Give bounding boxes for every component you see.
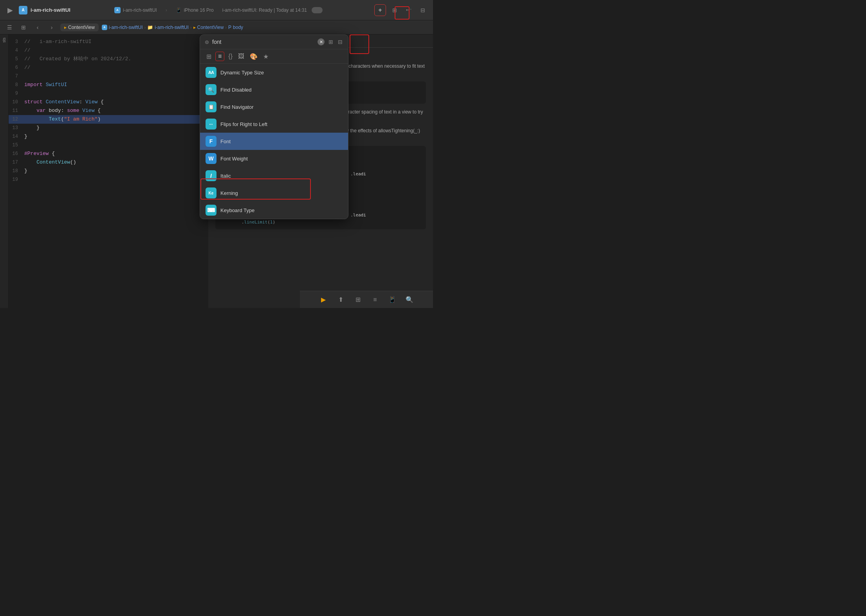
device-label: iPhone 16 Pro <box>184 7 214 13</box>
ac-icon-font: F <box>206 136 216 147</box>
file-icon: ▸ <box>64 25 67 30</box>
play-button[interactable]: ▶ <box>5 5 16 16</box>
bc-prop-icon: P <box>228 25 231 30</box>
ac-icon-kerning: Ke <box>206 187 216 198</box>
panel-button[interactable]: ⊟ <box>417 5 428 16</box>
ac-item-fontweight[interactable]: W Font Weight <box>200 150 348 167</box>
code-line: 6 // <box>9 63 208 72</box>
clear-button[interactable]: ✕ <box>318 38 325 45</box>
code-line: 17 ContentView() <box>9 158 208 167</box>
layout-button2[interactable]: ↩⁻ <box>403 5 414 16</box>
sidebar-toggle[interactable]: ☰ <box>4 22 15 33</box>
search-input[interactable] <box>212 39 314 45</box>
ac-label-findnavigator: Find Navigator <box>220 104 254 110</box>
ac-item-italic[interactable]: I Italic <box>200 167 348 184</box>
autocomplete-list: AA Dynamic Type Size 🔍 Find Disabled 📋 F… <box>200 64 348 219</box>
ac-icon-keyboard: ⌨ <box>206 205 216 216</box>
code-line: 15 <box>9 141 208 149</box>
ac-label-flips: Flips for Right to Left <box>220 121 267 127</box>
ac-icon-italic: I <box>206 170 216 181</box>
tab-separator: › <box>166 7 167 13</box>
title-bar-right: + ⊞ ↩⁻ ⊟ <box>374 4 428 16</box>
code-line: 19 <box>9 175 208 184</box>
tab-media[interactable]: 🖼 <box>236 52 246 61</box>
ac-item-findnavigator[interactable]: 📋 Find Navigator <box>200 98 348 115</box>
ac-icon-finddisabled: 🔍 <box>206 84 216 95</box>
bc-project[interactable]: i-am-rich-swiftUI <box>109 25 143 30</box>
add-button[interactable]: + <box>374 4 386 16</box>
bottom-upload-btn[interactable]: ⬆ <box>335 294 346 305</box>
code-editor[interactable]: 3 // i-am-rich-swiftUI 4 // 5 // Created… <box>9 34 208 308</box>
ac-label-dynamictype: Dynamic Type Size <box>220 70 264 76</box>
ac-item-dynamictype[interactable]: AA Dynamic Type Size <box>200 64 348 81</box>
ac-label-kerning: Kerning <box>220 190 238 196</box>
panel-view-button[interactable]: ⊟ <box>337 38 343 46</box>
code-line: 18 } <box>9 167 208 175</box>
app-icon: A <box>19 6 27 14</box>
grid-toggle[interactable]: ⊞ <box>18 22 29 33</box>
nav-back[interactable]: ‹ <box>32 22 43 33</box>
bc-folder[interactable]: i-am-rich-swiftUI <box>155 25 189 30</box>
tab-star[interactable]: ★ <box>262 52 270 61</box>
code-line: 11 var body: some View { <box>9 106 208 115</box>
tab-project[interactable]: A i-am-rich-swiftUI <box>110 5 161 15</box>
code-lines: 3 // i-am-rich-swiftUI 4 // 5 // Created… <box>9 34 208 187</box>
ac-label-keyboard: Keyboard Type <box>220 207 254 213</box>
ac-label-italic: Italic <box>220 173 231 179</box>
tab-project-label: i-am-rich-swiftUI <box>123 7 157 13</box>
code-line: 8 import SwiftUI <box>9 81 208 89</box>
bottom-grid-btn[interactable]: ⊞ <box>352 294 363 305</box>
tab-app-icon: A <box>114 7 121 13</box>
tab-device[interactable]: 📱 iPhone 16 Pro <box>172 6 218 14</box>
ac-item-keyboard[interactable]: ⌨ Keyboard Type <box>200 202 348 219</box>
arrows-icon: ↩⁻ <box>406 7 412 13</box>
code-line: 3 // i-am-rich-swiftUI <box>9 38 208 46</box>
ac-item-font[interactable]: F Font <box>200 133 348 150</box>
title-bar: ▶ A i-am-rich-swiftUI A i-am-rich-swiftU… <box>0 0 433 20</box>
bc-file-icon: ▸ <box>193 25 196 30</box>
layout-button[interactable]: ⊞ <box>389 5 400 16</box>
autocomplete-popup: ⊜ ✕ ⊞ ⊟ ⊞ ≡ {} 🖼 🎨 ★ AA Dynamic Type Siz… <box>200 34 348 219</box>
code-line: 13 } <box>9 124 208 132</box>
ac-icon-dynamictype: AA <box>206 67 216 78</box>
tab-inspector[interactable]: ⊞ <box>205 52 213 61</box>
bottom-search-btn[interactable]: 🔍 <box>404 294 415 305</box>
dark-mode-toggle[interactable] <box>312 7 323 13</box>
ac-item-finddisabled[interactable]: 🔍 Find Disabled <box>200 81 348 98</box>
bottom-run-btn[interactable]: ▶ <box>318 294 329 305</box>
bottom-device-btn[interactable]: 📱 <box>387 294 398 305</box>
tab-color[interactable]: 🎨 <box>248 52 259 61</box>
code-line: 5 // Created by 林暁中 on 2024/12/2. <box>9 55 208 63</box>
second-toolbar: ☰ ⊞ ‹ › ▸ ContentView A i-am-rich-swiftU… <box>0 20 433 34</box>
status-text: i-am-rich-swiftUI: Ready | Today at 14:3… <box>222 7 307 13</box>
bottom-list-btn[interactable]: ≡ <box>370 294 381 305</box>
grid-view-button[interactable]: ⊞ <box>328 38 334 46</box>
code-line: 4 // <box>9 46 208 55</box>
tab-attributes[interactable]: ≡ <box>215 52 224 61</box>
bc-body[interactable]: body <box>233 25 243 30</box>
search-icon: ⊜ <box>205 39 209 45</box>
ac-icon-flips: ↔ <box>206 119 216 130</box>
tab-code[interactable]: {} <box>227 52 234 61</box>
ac-item-kerning[interactable]: Ke Kerning <box>200 184 348 202</box>
ac-icon-fontweight: W <box>206 153 216 164</box>
bc-app-icon: A <box>102 25 107 30</box>
project-name: i-am-rich-swiftUI <box>31 7 70 13</box>
content-view-tab[interactable]: ▸ ContentView <box>60 23 99 31</box>
code-line: 10 struct ContentView: View { <box>9 98 208 106</box>
title-bar-left: ▶ A i-am-rich-swiftUI <box>0 5 70 16</box>
bc-contentview[interactable]: ContentView <box>197 25 224 30</box>
ac-label-fontweight: Font Weight <box>220 156 248 162</box>
breadcrumb: A i-am-rich-swiftUI › 📁 i-am-rich-swiftU… <box>102 25 243 30</box>
ac-label-font: Font <box>220 139 231 144</box>
device-icon: 📱 <box>176 7 182 13</box>
left-panel-stub: sts <box>0 34 9 308</box>
sts-label: sts <box>2 38 6 43</box>
code-line: 14 } <box>9 132 208 141</box>
code-line-highlighted: 12 Text("I am Rich") <box>9 115 208 124</box>
nav-forward[interactable]: › <box>46 22 57 33</box>
code-line: 16 #Preview { <box>9 149 208 158</box>
ac-item-flips[interactable]: ↔ Flips for Right to Left <box>200 115 348 133</box>
code-line: 9 <box>9 89 208 98</box>
ac-icon-findnavigator: 📋 <box>206 101 216 112</box>
